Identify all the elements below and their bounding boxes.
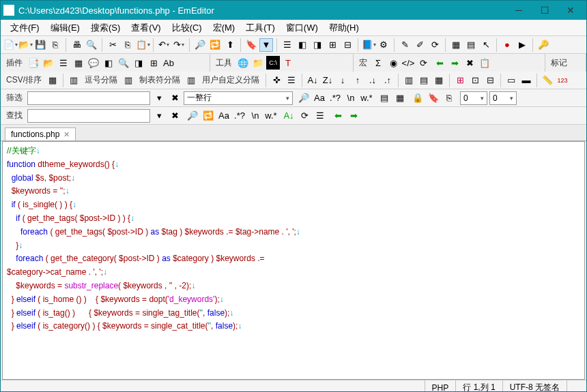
s2-icon[interactable]: ☰ [285,74,298,87]
w-icon[interactable]: w.* [360,91,373,105]
menu-item[interactable]: 搜索(S) [85,22,126,34]
bm-icon[interactable]: 🔖 [427,91,440,105]
p4-icon[interactable]: ▦ [72,56,85,70]
cmd-icon[interactable]: C:\ [266,56,280,70]
search-icon[interactable]: 🔎 [193,38,207,52]
play-icon[interactable]: ▶ [515,38,529,52]
menu-item[interactable]: 工具(T) [240,22,281,34]
fd-nl-icon[interactable]: \n [248,109,262,123]
sort2-icon[interactable]: ↑ [351,74,364,87]
maximize-button[interactable]: ☐ [532,2,558,18]
hl-icon[interactable]: A↓ [282,109,296,123]
ie-icon[interactable]: 🌐 [236,56,250,70]
f1-icon[interactable]: 🔎 [297,91,311,105]
record-icon[interactable]: ● [500,38,514,52]
fd-s-icon[interactable]: 🔎 [186,109,199,123]
view1-icon[interactable]: ☰ [281,38,294,52]
list-icon[interactable]: ☰ [313,109,327,123]
config-icon[interactable]: ⚙ [377,38,390,52]
p7-icon[interactable]: 🔍 [117,56,130,70]
f2-icon[interactable]: ▤ [377,91,391,105]
fd-w-icon[interactable]: w.* [264,109,278,123]
csv3-icon[interactable]: ▥ [121,74,135,87]
macro3-icon[interactable]: ⟳ [428,38,442,52]
paste-icon[interactable]: 📋▾ [136,38,149,52]
d2-icon[interactable]: ▬ [519,74,533,87]
save-icon[interactable]: 💾 [33,38,47,52]
p6-icon[interactable]: ◧ [102,56,115,70]
fd-dd-icon[interactable]: ▾ [152,109,166,123]
ruler-icon[interactable]: 📏 [541,74,554,87]
menu-item[interactable]: 文件(F) [5,22,45,34]
m5-icon[interactable]: ✖ [463,56,476,70]
open-file-icon[interactable]: 📂▾ [18,38,32,52]
view2-icon[interactable]: ◧ [296,38,309,52]
sort1-icon[interactable]: ↓ [336,74,349,87]
num2-combo[interactable]: 0▾ [489,91,517,105]
p10-icon[interactable]: Ab [162,56,175,70]
macro2-icon[interactable]: ✐ [413,38,427,52]
sort-za-icon[interactable]: Z↓ [321,74,334,87]
csv-tab[interactable]: 制表符分隔 [137,74,183,86]
code-editor[interactable]: //关键字↓function dtheme_keywords() {↓ glob… [2,141,585,380]
nl-icon[interactable]: \n [344,91,358,105]
p8-icon[interactable]: ◨ [132,56,145,70]
preview-icon[interactable]: 🔍 [85,38,98,52]
fd-rx-icon[interactable]: .*? [233,109,246,123]
arrow-icon[interactable]: ↖ [479,38,493,52]
c3-icon[interactable]: ▦ [432,74,446,87]
p1-icon[interactable]: 📑 [27,56,40,70]
new-file-icon[interactable]: 📄▾ [3,38,17,52]
num-icon[interactable]: 123 [556,74,569,87]
tool2-icon[interactable]: ▤ [464,38,478,52]
p5-icon[interactable]: 💬 [87,56,100,70]
tab-functions[interactable]: functions.php ✕ [5,127,76,140]
view4-icon[interactable]: ⊞ [326,38,339,52]
f-x-icon[interactable]: ✖ [168,91,182,105]
r1-icon[interactable]: ⊞ [453,74,467,87]
ex-icon[interactable]: ⎘ [442,91,456,105]
filter-icon[interactable]: ▼ [259,38,273,52]
back-icon[interactable]: ⬅ [433,56,446,70]
next-icon[interactable]: ➡ [347,109,360,123]
menu-item[interactable]: 编辑(E) [45,22,85,34]
csv-comma[interactable]: 逗号分隔 [82,74,120,86]
p9-icon[interactable]: ⊞ [147,56,160,70]
undo-icon[interactable]: ↶▾ [157,38,171,52]
view3-icon[interactable]: ◨ [311,38,324,52]
aa-icon[interactable]: Aa [313,91,326,105]
r3-icon[interactable]: ⊟ [483,74,497,87]
fd-aa-icon[interactable]: Aa [217,109,231,123]
c2-icon[interactable]: ▤ [417,74,431,87]
fd-x-icon[interactable]: ✖ [168,109,182,123]
m3-icon[interactable]: </> [401,56,415,70]
cut-icon[interactable]: ✂ [106,38,119,52]
find-input[interactable] [27,109,150,123]
key-icon[interactable]: 🔑 [536,38,550,52]
wrap-icon[interactable]: ⟳ [298,109,311,123]
text-icon[interactable]: T [281,56,295,70]
sort-az-icon[interactable]: A↓ [306,74,319,87]
c1-icon[interactable]: ▥ [402,74,416,87]
menu-item[interactable]: 帮助(H) [324,22,364,34]
m2-icon[interactable]: ◉ [386,56,400,70]
f-dd-icon[interactable]: ▾ [152,91,166,105]
csv4-icon[interactable]: ▥ [184,74,198,87]
csv-user[interactable]: 用户自定义分隔 [199,74,262,86]
menu-item[interactable]: 宏(M) [207,22,241,34]
f3-icon[interactable]: ▦ [393,91,407,105]
save-all-icon[interactable]: ⎘ [48,38,62,52]
menu-item[interactable]: 窗口(W) [281,22,324,34]
num1-combo[interactable]: 0▾ [460,91,487,105]
m1-icon[interactable]: Σ [371,56,385,70]
fwd-icon[interactable]: ➡ [448,56,461,70]
macro1-icon[interactable]: ✎ [398,38,412,52]
filter-input[interactable] [27,91,150,105]
close-button[interactable]: ✕ [558,2,584,18]
menu-item[interactable]: 比较(C) [167,22,207,34]
sort4-icon[interactable]: .↑ [381,74,395,87]
find-prev-icon[interactable]: ⬆ [223,38,237,52]
p3-icon[interactable]: ☰ [57,56,70,70]
doc-type-icon[interactable]: 📘▾ [362,38,375,52]
lock-icon[interactable]: 🔒 [411,91,425,105]
